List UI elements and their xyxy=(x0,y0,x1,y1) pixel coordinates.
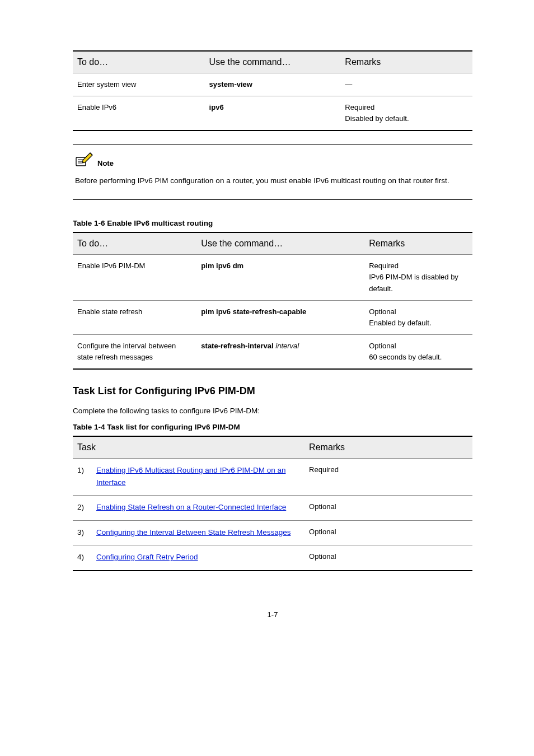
col-header-todo: To do… xyxy=(73,232,196,255)
col-header-remarks: Remarks xyxy=(305,436,472,459)
cell-remarks: Optional xyxy=(305,545,472,571)
table-row: Enter system view system-view — xyxy=(73,73,472,96)
cell-command: ipv6 xyxy=(205,96,341,131)
bullet-icon: 3) xyxy=(77,526,96,539)
cell-todo: Enable IPv6 PIM-DM xyxy=(73,255,196,300)
cell-task: 4)Configuring Graft Retry Period xyxy=(73,545,305,571)
task-link[interactable]: Configuring Graft Retry Period xyxy=(96,551,198,563)
cell-remarks: Optional Enabled by default. xyxy=(364,300,472,334)
cell-command: pim ipv6 dm xyxy=(196,255,364,300)
bullet-icon: 4) xyxy=(77,551,96,563)
cell-remarks: Optional 60 seconds by default. xyxy=(364,335,472,370)
cell-todo: Enable state refresh xyxy=(73,300,196,334)
cell-todo: Enter system view xyxy=(73,73,205,96)
cell-task: 3)Configuring the Interval Between State… xyxy=(73,520,305,545)
task-link[interactable]: Enabling IPv6 Multicast Routing and IPv6… xyxy=(96,464,300,488)
pencil-note-icon xyxy=(75,152,94,167)
task-link[interactable]: Configuring the Interval Between State R… xyxy=(96,526,291,539)
cell-remarks: Optional xyxy=(305,496,472,521)
table-enable-ipv6-multicast: To do… Use the command… Remarks Enable I… xyxy=(73,232,472,370)
bullet-icon: 1) xyxy=(77,464,96,488)
cell-todo: Configure the interval between state ref… xyxy=(73,335,196,370)
note-label: Note xyxy=(97,159,114,167)
table-row: Enable state refresh pim ipv6 state-refr… xyxy=(73,300,472,334)
cell-remarks: Required xyxy=(305,458,472,495)
col-header-command: Use the command… xyxy=(196,232,364,255)
table-row: Enable IPv6 ipv6 Required Disabled by de… xyxy=(73,96,472,131)
table-row: Enable IPv6 PIM-DM pim ipv6 dm Required … xyxy=(73,255,472,300)
table-tasklist: Task Remarks 1)Enabling IPv6 Multicast R… xyxy=(73,436,472,571)
table-row: Configure the interval between state ref… xyxy=(73,335,472,370)
section-intro: Complete the following tasks to configur… xyxy=(73,405,472,417)
cell-remarks: — xyxy=(340,73,472,96)
col-header-command: Use the command… xyxy=(205,51,341,73)
page-number: 1-7 xyxy=(73,610,472,619)
note-header: Note xyxy=(75,152,470,167)
table-row: 2)Enabling State Refresh on a Router-Con… xyxy=(73,496,472,521)
cell-task: 1)Enabling IPv6 Multicast Routing and IP… xyxy=(73,458,305,495)
cell-todo: Enable IPv6 xyxy=(73,96,205,131)
table-enable-ipv6: To do… Use the command… Remarks Enter sy… xyxy=(73,50,472,131)
task-link[interactable]: Enabling State Refresh on a Router-Conne… xyxy=(96,501,286,514)
table-row: 1)Enabling IPv6 Multicast Routing and IP… xyxy=(73,458,472,495)
col-header-remarks: Remarks xyxy=(364,232,472,255)
note-box: Note Before performing IPv6 PIM configur… xyxy=(73,144,472,200)
cell-remarks: Required Disabled by default. xyxy=(340,96,472,131)
note-text: Before performing IPv6 PIM configuration… xyxy=(75,175,470,187)
col-header-task: Task xyxy=(73,436,305,459)
col-header-todo: To do… xyxy=(73,51,205,73)
cell-remarks: Optional xyxy=(305,520,472,545)
bullet-icon: 2) xyxy=(77,501,96,514)
cell-remarks: Required IPv6 PIM-DM is disabled by defa… xyxy=(364,255,472,300)
col-header-remarks: Remarks xyxy=(340,51,472,73)
cell-command: system-view xyxy=(205,73,341,96)
table-row: 3)Configuring the Interval Between State… xyxy=(73,520,472,545)
table-caption: Table 1-6 Enable IPv6 multicast routing xyxy=(73,219,472,227)
table-caption-tasklist: Table 1-4 Task list for configuring IPv6… xyxy=(73,423,472,431)
cell-task: 2)Enabling State Refresh on a Router-Con… xyxy=(73,496,305,521)
cell-command: state-refresh-interval interval xyxy=(196,335,364,370)
section-title: Task List for Configuring IPv6 PIM-DM xyxy=(73,385,472,397)
cell-command: pim ipv6 state-refresh-capable xyxy=(196,300,364,334)
table-row: 4)Configuring Graft Retry Period Optiona… xyxy=(73,545,472,571)
